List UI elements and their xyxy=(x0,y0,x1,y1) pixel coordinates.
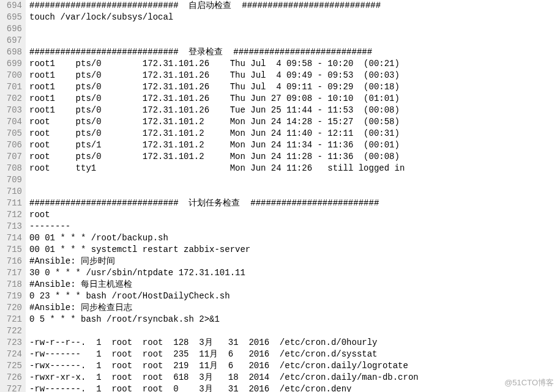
code-line: -rw-------. 1 root root 0 3月 31 2016 /et… xyxy=(29,383,419,392)
line-number: 700 xyxy=(2,70,22,81)
code-line xyxy=(29,174,419,186)
line-number: 696 xyxy=(2,23,22,35)
code-line xyxy=(29,325,419,337)
line-number: 707 xyxy=(2,151,22,163)
code-line: #Ansible: 同步检查日志 xyxy=(29,302,419,314)
code-line: root pts/1 172.31.101.2 Mon Jun 24 11:34… xyxy=(29,139,419,151)
code-line: -rw------- 1 root root 235 11月 6 2016 /e… xyxy=(29,349,419,360)
line-number: 723 xyxy=(2,337,22,349)
line-number: 702 xyxy=(2,93,22,105)
code-line: root pts/0 172.31.101.2 Mon Jun 24 11:28… xyxy=(29,151,419,163)
line-number: 711 xyxy=(2,198,22,209)
line-number: 721 xyxy=(2,314,22,325)
code-line xyxy=(29,23,419,35)
code-line: ############################# 登录检查 #####… xyxy=(29,46,419,58)
code-editor: 6946956966976986997007017027037047057067… xyxy=(0,0,560,392)
line-number: 697 xyxy=(2,35,22,46)
code-line: 30 0 * * * /usr/sbin/ntpdate 172.31.101.… xyxy=(29,267,419,279)
line-number: 694 xyxy=(2,0,22,12)
line-number: 720 xyxy=(2,302,22,314)
line-number: 712 xyxy=(2,209,22,221)
code-line: -rwx------. 1 root root 219 11月 6 2016 /… xyxy=(29,360,419,372)
code-line: root1 pts/0 172.31.101.26 Thu Jun 27 09:… xyxy=(29,93,419,105)
code-line: ############################# 自启动检查 ####… xyxy=(29,0,419,12)
code-line: #Ansible: 每日主机巡检 xyxy=(29,279,419,290)
code-line: 0 5 * * * bash /root/rsyncbak.sh 2>&1 xyxy=(29,314,419,325)
line-number: 717 xyxy=(2,267,22,279)
code-line: root pts/0 172.31.101.2 Mon Jun 24 14:28… xyxy=(29,116,419,128)
line-number: 710 xyxy=(2,186,22,198)
code-line xyxy=(29,35,419,46)
code-line: 0 23 * * * bash /root/HostDailyCheck.sh xyxy=(29,290,419,302)
line-number: 716 xyxy=(2,256,22,267)
code-line: touch /var/lock/subsys/local xyxy=(29,12,419,23)
code-line: -rwxr-xr-x. 1 root root 618 3月 18 2014 /… xyxy=(29,372,419,383)
code-line: -rw-r--r--. 1 root root 128 3月 31 2016 /… xyxy=(29,337,419,349)
code-line xyxy=(29,186,419,198)
line-number: 725 xyxy=(2,360,22,372)
line-number: 714 xyxy=(2,232,22,244)
line-number: 699 xyxy=(2,58,22,70)
line-number: 709 xyxy=(2,174,22,186)
line-number: 713 xyxy=(2,221,22,232)
code-line: root tty1 Mon Jun 24 11:26 still logged … xyxy=(29,163,419,174)
line-number: 726 xyxy=(2,372,22,383)
line-number: 706 xyxy=(2,139,22,151)
line-number: 727 xyxy=(2,383,22,392)
code-line: root pts/0 172.31.101.2 Mon Jun 24 11:40… xyxy=(29,128,419,139)
line-number: 722 xyxy=(2,325,22,337)
code-line: root1 pts/0 172.31.101.26 Thu Jul 4 09:4… xyxy=(29,70,419,81)
line-number: 705 xyxy=(2,128,22,139)
code-line: root xyxy=(29,209,419,221)
line-number: 704 xyxy=(2,116,22,128)
line-number: 718 xyxy=(2,279,22,290)
line-number: 703 xyxy=(2,105,22,116)
code-content: ############################# 自启动检查 ####… xyxy=(26,0,419,392)
line-number: 695 xyxy=(2,12,22,23)
code-line: root1 pts/0 172.31.101.26 Tue Jun 25 11:… xyxy=(29,105,419,116)
code-line: ############################# 计划任务检查 ###… xyxy=(29,198,419,209)
code-line: 00 01 * * * systemctl restart zabbix-ser… xyxy=(29,244,419,256)
code-line: 00 01 * * * /root/backup.sh xyxy=(29,232,419,244)
code-line: #Ansible: 同步时间 xyxy=(29,256,419,267)
line-number: 708 xyxy=(2,163,22,174)
line-number: 701 xyxy=(2,81,22,93)
line-number-gutter: 6946956966976986997007017027037047057067… xyxy=(0,0,26,392)
line-number: 698 xyxy=(2,46,22,58)
code-line: root1 pts/0 172.31.101.26 Thu Jul 4 09:1… xyxy=(29,81,419,93)
line-number: 724 xyxy=(2,349,22,360)
code-line: root1 pts/0 172.31.101.26 Thu Jul 4 09:5… xyxy=(29,58,419,70)
line-number: 719 xyxy=(2,290,22,302)
line-number: 715 xyxy=(2,244,22,256)
code-line: -------- xyxy=(29,221,419,232)
